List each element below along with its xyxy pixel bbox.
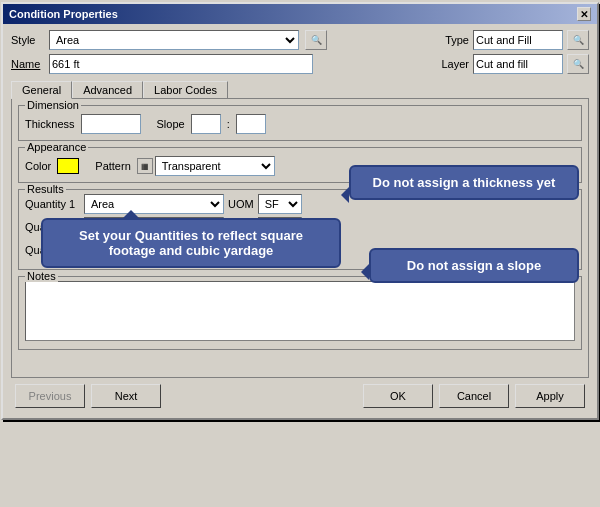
layer-browse-button[interactable]: 🔍 [567, 54, 589, 74]
appearance-group-title: Appearance [25, 141, 88, 153]
thickness-label: Thickness [25, 118, 75, 130]
qty1-label: Quantity 1 [25, 198, 80, 210]
style-row: Style Area 🔍 Type 🔍 [11, 30, 589, 50]
dimension-row: Thickness Slope : [25, 114, 575, 134]
dimension-group: Dimension Thickness Slope : [18, 105, 582, 141]
notes-textarea[interactable] [25, 281, 575, 341]
layer-label: Layer [441, 58, 469, 70]
cancel-button[interactable]: Cancel [439, 384, 509, 408]
layer-row: Layer 🔍 [441, 54, 589, 74]
next-button[interactable]: Next [91, 384, 161, 408]
style-select[interactable]: Area [49, 30, 299, 50]
callout-thickness: Do not assign a thickness yet [349, 165, 579, 200]
slope-input-2[interactable] [236, 114, 266, 134]
notes-group: Notes [18, 276, 582, 350]
style-browse-button[interactable]: 🔍 [305, 30, 327, 50]
uom1-select[interactable]: SF [258, 194, 302, 214]
tab-area: General Advanced Labor Codes Dimension T… [11, 80, 589, 378]
pattern-select[interactable]: Transparent [155, 156, 275, 176]
tabs: General Advanced Labor Codes [11, 80, 589, 98]
callout-quantities: Set your Quantities to reflect square fo… [41, 218, 341, 268]
apply-button[interactable]: Apply [515, 384, 585, 408]
name-row: Name Layer 🔍 [11, 54, 589, 74]
browse-icon: 🔍 [311, 35, 322, 45]
type-row: Type 🔍 [445, 30, 589, 50]
tab-labor-codes[interactable]: Labor Codes [143, 81, 228, 99]
type-label: Type [445, 34, 469, 46]
right-buttons: OK Cancel Apply [363, 384, 585, 408]
window-title: Condition Properties [9, 8, 118, 20]
layer-browse-icon: 🔍 [573, 59, 584, 69]
type-browse-button[interactable]: 🔍 [567, 30, 589, 50]
pattern-label: Pattern [95, 160, 130, 172]
thickness-input[interactable] [81, 114, 141, 134]
previous-button[interactable]: Previous [15, 384, 85, 408]
callout-slope: Do not assign a slope [369, 248, 579, 283]
name-input[interactable] [49, 54, 313, 74]
close-button[interactable]: ✕ [577, 7, 591, 21]
notes-group-title: Notes [25, 270, 58, 282]
condition-properties-window: Condition Properties ✕ Style Area 🔍 Type… [1, 2, 599, 420]
main-content: Style Area 🔍 Type 🔍 Name Layer [3, 24, 597, 418]
name-label: Name [11, 58, 43, 70]
slope-label: Slope [157, 118, 185, 130]
style-label: Style [11, 34, 43, 46]
left-buttons: Previous Next [15, 384, 161, 408]
uom1-label: UOM [228, 198, 254, 210]
qty1-select[interactable]: Area [84, 194, 224, 214]
tab-advanced[interactable]: Advanced [72, 81, 143, 99]
tab-general[interactable]: General [11, 81, 72, 99]
color-swatch[interactable] [57, 158, 79, 174]
title-bar: Condition Properties ✕ [3, 4, 597, 24]
bottom-buttons: Previous Next OK Cancel Apply [11, 378, 589, 412]
slope-input-1[interactable] [191, 114, 221, 134]
type-browse-icon: 🔍 [573, 35, 584, 45]
ok-button[interactable]: OK [363, 384, 433, 408]
dimension-group-title: Dimension [25, 99, 81, 111]
results-group-title: Results [25, 183, 66, 195]
color-label: Color [25, 160, 51, 172]
type-input[interactable] [473, 30, 563, 50]
layer-input[interactable] [473, 54, 563, 74]
slope-colon: : [227, 118, 230, 130]
pattern-icon: ▦ [137, 158, 153, 174]
